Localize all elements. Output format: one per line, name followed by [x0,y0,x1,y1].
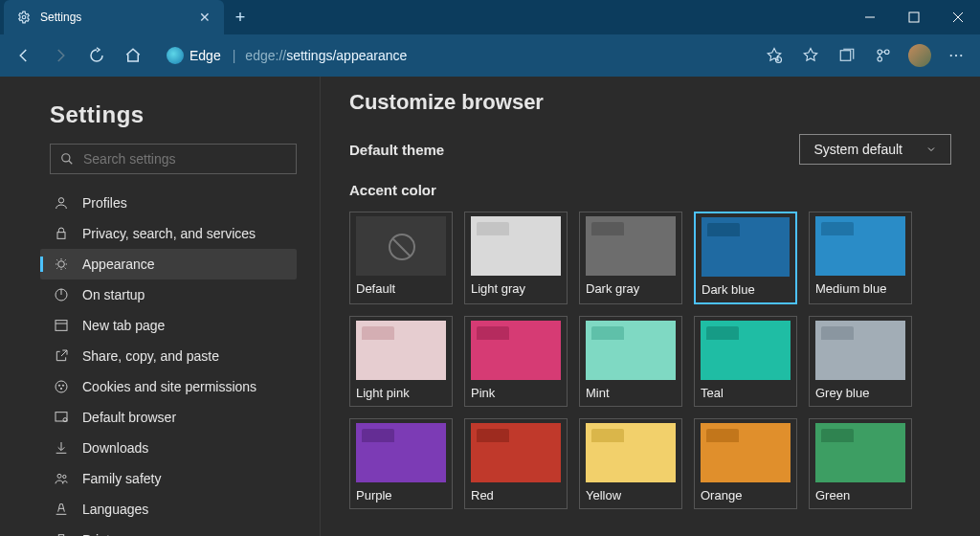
sidebar-item-cookies-and-site-permissions[interactable]: Cookies and site permissions [40,371,297,402]
sidebar-item-family-safety[interactable]: Family safety [40,463,297,494]
sidebar-item-label: Cookies and site permissions [82,379,256,394]
svg-rect-26 [56,413,67,421]
swatch-light-gray[interactable]: Light gray [464,212,568,304]
svg-point-17 [58,261,65,268]
edge-icon [167,47,184,64]
swatch-green[interactable]: Green [809,418,912,509]
collections-button[interactable] [831,39,863,72]
swatch-yellow[interactable]: Yellow [579,418,682,509]
nav-icon [54,379,69,394]
swatch-label: Pink [471,386,561,400]
swatch-pink[interactable]: Pink [464,316,568,407]
sidebar-item-printers[interactable]: Printers [40,525,297,536]
sidebar-item-on-startup[interactable]: On startup [40,279,297,310]
svg-rect-16 [57,233,65,239]
sidebar-item-share-copy-and-paste[interactable]: Share, copy, and paste [40,341,297,371]
url-text: edge://settings/appearance [245,48,407,63]
svg-point-9 [878,57,882,62]
sidebar-item-privacy-search-and-services[interactable]: Privacy, search, and services [40,218,297,249]
svg-point-22 [56,381,67,392]
tab-title: Settings [40,11,189,24]
sidebar-item-appearance[interactable]: Appearance [40,249,297,279]
svg-rect-20 [56,321,67,331]
toolbar: Edge | edge://settings/appearance [0,34,980,77]
swatch-purple[interactable]: Purple [349,418,453,509]
swatch-dark-blue[interactable]: Dark blue [694,212,797,304]
minimize-button[interactable] [848,0,892,34]
swatch-label: Dark gray [586,281,676,296]
swatch-mint[interactable]: Mint [579,316,682,407]
home-button[interactable] [117,39,149,72]
svg-point-30 [63,475,66,478]
nav-icon [54,348,69,364]
sidebar-item-downloads[interactable]: Downloads [40,433,297,463]
extensions-button[interactable] [867,39,900,72]
svg-point-15 [58,198,63,203]
svg-point-7 [878,50,882,55]
forward-button[interactable] [44,39,77,72]
nav-icon [54,226,69,241]
settings-sidebar: Settings ProfilesPrivacy, search, and se… [0,77,321,536]
page-title: Customize browser [349,90,951,115]
svg-point-13 [62,154,70,162]
swatch-medium-blue[interactable]: Medium blue [809,212,912,304]
sidebar-item-label: Family safety [82,471,161,486]
maximize-button[interactable] [892,0,936,34]
search-settings[interactable] [50,144,297,174]
swatch-light-pink[interactable]: Light pink [349,316,453,407]
tracking-icon[interactable] [758,39,791,72]
swatch-teal[interactable]: Teal [694,316,797,407]
svg-point-0 [22,15,26,19]
sidebar-item-languages[interactable]: Languages [40,494,297,525]
nav-icon [54,410,69,425]
chevron-down-icon [925,144,937,155]
nav-icon [54,532,69,536]
search-icon [60,152,74,166]
back-button[interactable] [8,39,40,72]
swatch-red[interactable]: Red [464,418,568,509]
sidebar-item-profiles[interactable]: Profiles [40,188,297,218]
close-window-button[interactable] [936,0,980,34]
svg-point-23 [58,385,59,386]
svg-point-25 [60,388,61,389]
swatch-dark-gray[interactable]: Dark gray [579,212,682,304]
gear-icon [17,11,31,24]
favorites-button[interactable] [794,39,827,72]
swatch-label: Light pink [356,386,446,400]
sidebar-item-label: Privacy, search, and services [82,226,256,241]
more-button[interactable] [940,39,972,72]
sidebar-item-label: Share, copy, and paste [82,348,219,364]
swatch-label: Red [471,488,561,502]
profile-avatar[interactable] [903,39,936,72]
search-input[interactable] [83,151,286,167]
sidebar-item-label: Downloads [82,440,148,456]
new-tab-button[interactable]: + [224,8,256,28]
sidebar-item-new-tab-page[interactable]: New tab page [40,310,297,341]
swatch-label: Dark blue [702,282,790,297]
sidebar-item-default-browser[interactable]: Default browser [40,402,297,433]
nav-icon [54,318,69,333]
refresh-button[interactable] [80,39,113,72]
swatch-default[interactable]: Default [349,212,453,304]
nav-icon [54,440,69,456]
sidebar-item-label: Printers [82,532,128,536]
nav-icon [54,257,69,272]
swatch-label: Orange [701,488,791,502]
address-bar[interactable]: Edge | edge://settings/appearance [159,47,748,64]
svg-point-10 [950,55,952,56]
svg-point-12 [960,55,962,56]
swatch-label: Mint [586,386,676,400]
nav-icon [54,195,69,211]
svg-rect-2 [909,12,919,22]
brand-label: Edge [189,48,221,63]
swatch-label: Default [356,281,446,296]
swatch-orange[interactable]: Orange [694,418,797,509]
sidebar-item-label: Appearance [82,257,155,272]
close-icon[interactable]: ✕ [199,10,211,25]
swatch-grey-blue[interactable]: Grey blue [809,316,912,407]
browser-tab[interactable]: Settings ✕ [4,0,224,34]
theme-dropdown[interactable]: System default [799,134,951,165]
main-panel: Customize browser Default theme System d… [321,77,980,536]
titlebar: Settings ✕ + [0,0,980,34]
swatch-label: Yellow [586,488,676,502]
